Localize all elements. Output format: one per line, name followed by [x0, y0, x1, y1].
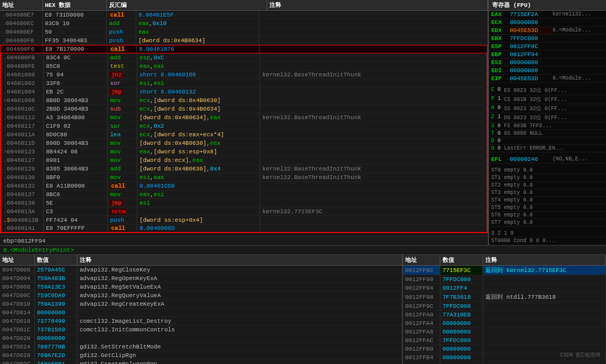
table-row[interactable]: 0012FF90 7FFDC000 — [403, 275, 606, 284]
main-container: 地址 HEX 数据 反汇编 注释 . 004600E7 E8 731D0000 … — [0, 0, 606, 364]
cell-operands: esp, 0xC — [137, 53, 260, 61]
stk-header-value: 数值 — [440, 255, 483, 265]
cell-operands: 8.00461876 — [137, 45, 260, 53]
disasm-row[interactable]: . 004600F0 FF35 34064B3 push [dword ds:0… — [0, 36, 488, 45]
table-row[interactable]: 0012FFA0 77A319EB — [403, 311, 606, 319]
registers-header: 寄存器 (FPU) — [489, 0, 606, 11]
cell-operands: short 8.00460132 — [137, 88, 260, 96]
disasm-row[interactable]: > 04601006 8B0D 30064B3 mov ecx, [dword … — [0, 96, 488, 105]
disasm-row[interactable]: > 00460123 8B4424 08 mov eax, [dword ss:… — [0, 148, 488, 156]
cell-comment — [260, 190, 487, 198]
disasm-row[interactable]: . 00460129 8305 30064B3 add [dword ds:0x… — [0, 165, 488, 173]
cell-comment — [259, 11, 488, 19]
table-row[interactable]: 0012FF94 0012FF4 — [403, 284, 606, 292]
list-item[interactable]: 0047D004 759A483B advapi32.RegOpenKeyExA — [0, 274, 402, 283]
table-row[interactable]: 0012FF8C 7715EF3C 返回到 kernel32.7715EF3C — [403, 266, 606, 275]
header-disasm: 反汇编 — [107, 0, 267, 10]
list-item[interactable]: 0047D020 00000000 — [0, 334, 402, 343]
cell-comment — [260, 79, 487, 87]
list-item[interactable]: 0047D01C 73781569 comctl32.InitCommonCon… — [0, 326, 402, 334]
seg-flag-row: Z 1 DS 0023 32位 0(FF... — [489, 113, 606, 122]
disasm-row[interactable]: . 00460127 8901 mov [dword ds:ecx], eax — [0, 156, 488, 165]
cell-addr: . 0046011D — [1, 139, 44, 147]
seg-flag-row: A 0 SS 0023 32位 0(FF... — [489, 104, 606, 113]
table-row[interactable]: 0012FFB8 00000000 — [403, 362, 606, 364]
disasm-row[interactable]: . 0046011D 890D 30064B3 mov [dword ds:0x… — [0, 139, 488, 148]
cell-comment: kernel32.BaseThreadInitThunk — [260, 165, 487, 173]
seg-flag-row: S 0 FS 003B 7FFD... — [489, 122, 606, 130]
imports-panel: 地址 数值 注释 0047D000 2579A45C advapi32.RegC… — [0, 255, 403, 364]
cell-hex: E8 70EFFFFF — [44, 224, 108, 232]
disasm-row[interactable]: . 004600FB 83C4 0C add esp, 0xC — [0, 53, 488, 62]
cell-hex: C1F9 02 — [44, 122, 108, 130]
cell-mnemonic: lea — [108, 130, 137, 138]
table-row[interactable]: 0012FFAC 7FFDC000 — [403, 336, 606, 345]
list-item[interactable]: 0047D000 2579A45C advapi32.RegCloseKey — [0, 266, 402, 274]
cell-comment — [260, 105, 487, 113]
cell-mnemonic: mov — [108, 139, 137, 147]
cell-addr: . 00460141 — [1, 224, 44, 232]
disasm-row[interactable]: . 04601002 33F6 xor esi, esi — [0, 79, 488, 88]
stk-header-comment: 注释 — [483, 255, 606, 265]
cell-mnemonic: xor — [108, 79, 137, 87]
stack-table[interactable]: 0012FF8C 7715EF3C 返回到 kernel32.7715EF3C … — [403, 266, 606, 364]
list-item[interactable]: 0047D010 759A1399 advapi32.RegCreateKeyE… — [0, 300, 402, 308]
table-row[interactable]: 0012FF9C 7FFDC000 — [403, 302, 606, 311]
cell-mnemonic: call — [107, 45, 137, 53]
cell-mnemonic: mov — [108, 173, 137, 181]
list-item[interactable]: 0047D00C 759C0DA9 advapi32.RegQueryValue… — [0, 291, 402, 300]
cell-operands: [dword ds:0x4B0630], 0x4 — [137, 165, 260, 173]
cell-operands: 8.00461E5F — [136, 11, 259, 19]
disasm-row[interactable]: . 00460139 5E jmp esi — [0, 199, 488, 207]
cell-addr: . 0046010C — [1, 105, 44, 113]
fpu-st4: ST4 empty 0.0 — [489, 197, 606, 204]
cell-operands: esi, esi — [137, 79, 260, 87]
disasm-row[interactable]: .$ 0046013B FF7424 04 push [dword ss:esp… — [0, 216, 488, 224]
list-item[interactable]: 0047D008 759A13E3 advapi32.RegSetValueEx… — [0, 283, 402, 291]
disasm-row[interactable]: . 004600EC 83C0 10 add eax, 0x10 — [0, 19, 488, 28]
cell-operands: esi, eax — [137, 173, 260, 181]
cell-hex: 33F6 — [44, 79, 108, 87]
cell-mnemonic: jnz — [108, 71, 137, 79]
disasm-row[interactable]: . 00460130 8BF0 mov esi, eax kernel32.Ba… — [0, 173, 488, 182]
imports-table[interactable]: 0047D000 2579A45C advapi32.RegCloseKey 0… — [0, 266, 402, 364]
disasm-row[interactable]: . 04601000 75 04 jnz short 8.00460106 ke… — [0, 71, 488, 79]
table-row[interactable]: 0012FF98 7F7B3618 返回到 ntdll.777B3618 — [403, 292, 606, 302]
list-item[interactable]: 0047D02C 760AF681 gdi32.CreatePolygonRgn — [0, 360, 402, 364]
cell-mnemonic: mov — [108, 148, 137, 156]
cell-mnemonic: push — [107, 36, 136, 44]
disasm-row[interactable]: . 04601004 EB 2C jmp short 8.00460132 — [0, 88, 488, 96]
cell-addr: . 0046011A — [1, 130, 44, 138]
cell-operands: ecx, 0x2 — [137, 122, 260, 130]
disasm-row[interactable]: . 004600E7 E8 731D0000 call 8.00461E5F — [0, 11, 488, 19]
disasm-row[interactable]: . 00460132 E8 A11B0000 call 8.00461CD8 — [0, 182, 488, 190]
seg-flag-row: O 0 LastErr ERROR_EN... — [489, 145, 606, 152]
cell-mnemonic: add — [108, 53, 137, 61]
stk-header-addr: 地址 — [403, 255, 440, 265]
disasm-row[interactable]: . 0046013A C3 retn kernel32.7715EF3C — [0, 207, 488, 216]
table-row[interactable]: 0012FFA8 00000000 — [403, 328, 606, 336]
cell-comment — [260, 224, 487, 232]
cell-hex: E8 731D0000 — [43, 11, 107, 19]
cell-addr: > 04601006 — [1, 96, 44, 104]
cell-comment: kernel32.BaseThreadInitThunk — [260, 113, 487, 121]
disasm-row[interactable]: . 00460112 A3 34064B00 mov [dword ds:0x4… — [0, 113, 488, 122]
list-item[interactable]: 0047D024 7807770B gdi32.SetStretchBltMod… — [0, 343, 402, 351]
list-item[interactable]: 0047D014 00000000 — [0, 308, 402, 317]
disasm-row[interactable]: . 004600FE 85C0 test eax, eax — [0, 62, 488, 71]
table-row[interactable]: 0012FFA4 00000000 — [403, 319, 606, 328]
disasm-row[interactable]: . 004600F6 E8 7B170000 call 8.00461876 — [0, 45, 488, 53]
disasm-row[interactable]: . 00460137 8BC6 mov eax, esi — [0, 190, 488, 199]
disasm-row[interactable]: . 004600EF 50 push eax — [0, 28, 488, 36]
cell-operands: [dword ss:esp+0x4] — [137, 216, 260, 224]
disasm-row[interactable]: . 0046011A 8D0C88 lea ecx, [dword ds:eax… — [0, 130, 488, 139]
disasm-table[interactable]: . 004600E7 E8 731D0000 call 8.00461E5F .… — [0, 11, 488, 236]
disasm-row[interactable]: . 00460141 E8 70EFFFFF call 8.0046008D — [0, 224, 488, 233]
list-item[interactable]: 0047D028 760A7E2D gdi32.GetClipRgn — [0, 351, 402, 360]
disasm-row[interactable]: . 00460117 C1F9 02 sar ecx, 0x2 — [0, 122, 488, 130]
disasm-row[interactable]: . 0046010C 2B0D 34064B3 sub ecx, [dword … — [0, 105, 488, 113]
cell-hex: 5E — [44, 199, 108, 207]
list-item[interactable]: 0047D018 73776499 comctl32.ImageList_Des… — [0, 317, 402, 326]
cell-mnemonic: add — [108, 165, 137, 173]
cell-mnemonic: sar — [108, 122, 137, 130]
